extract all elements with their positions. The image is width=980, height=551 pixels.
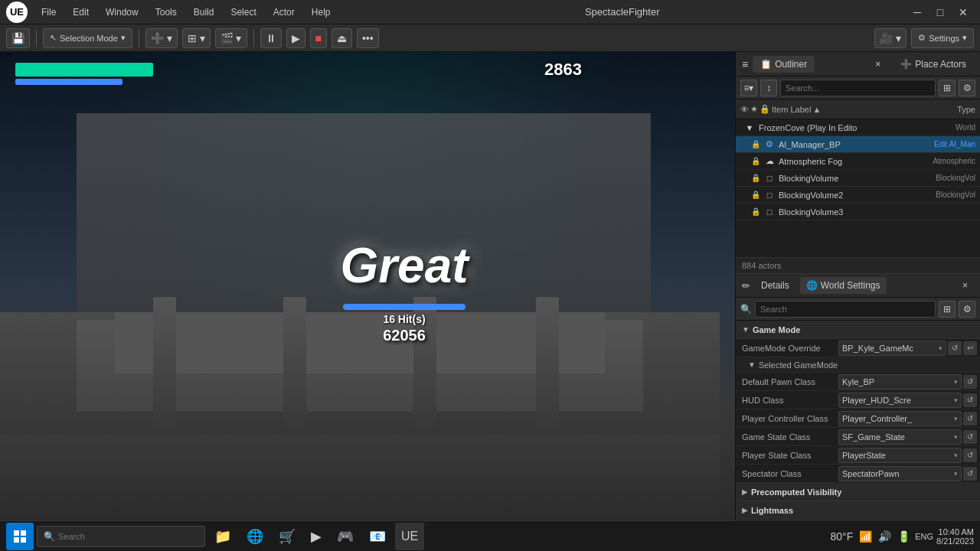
game-mode-section-header[interactable]: ▼ Game Mode xyxy=(736,321,980,339)
close-button[interactable]: ✕ xyxy=(952,3,974,21)
taskbar-browser[interactable]: 🌐 xyxy=(240,523,270,550)
details-tab[interactable]: Details xyxy=(755,277,795,294)
viewport[interactable]: 2863 Great 16 Hit(s) 62056 xyxy=(0,52,735,527)
player-controller-row: Player Controller Class Player_Controlle… xyxy=(736,409,980,428)
outliner-add-btn[interactable]: ⚙ xyxy=(959,80,975,96)
sort-button[interactable]: ↕ xyxy=(760,80,777,96)
list-item[interactable]: 🔒 □ BlockingVolume3 xyxy=(736,204,980,220)
expand-icon: ▼ xyxy=(748,360,756,369)
player-controller-label: Player Controller Class xyxy=(736,414,835,423)
taskbar-app3[interactable]: 📧 xyxy=(363,523,392,550)
menu-select[interactable]: Select xyxy=(223,4,263,21)
outliner-settings-btn[interactable]: ⊞ xyxy=(939,80,956,96)
add-button[interactable]: ➕ ▾ xyxy=(145,28,178,48)
details-search-input[interactable] xyxy=(755,301,936,318)
list-item[interactable]: ▼ FrozenCove (Play In Edito World xyxy=(736,119,980,136)
taskbar-app1[interactable]: ▶ xyxy=(305,523,328,550)
speaker-icon[interactable]: 🔊 xyxy=(877,529,893,544)
maximize-button[interactable]: □ xyxy=(929,3,951,21)
pause-button[interactable]: ⏸ xyxy=(260,28,282,48)
player-state-reset-btn[interactable]: ↺ xyxy=(963,448,977,462)
filter-button[interactable]: ≡▾ xyxy=(740,80,757,96)
menu-actor[interactable]: Actor xyxy=(266,4,302,21)
gamemode-override-value: BP_Kyle_GameMc ▾ ↺ ↩ xyxy=(835,341,980,356)
gamemode-override-action-btn[interactable]: ↩ xyxy=(963,341,977,355)
world-settings-close-btn[interactable]: × xyxy=(956,277,974,294)
taskbar-search-input[interactable] xyxy=(58,532,198,541)
default-pawn-dropdown[interactable]: Kyle_BP ▾ xyxy=(838,374,962,390)
points-display: 62056 xyxy=(383,327,426,344)
menu-file[interactable]: File xyxy=(34,4,64,21)
taskbar-search-bar[interactable]: 🔍 xyxy=(37,526,205,547)
taskbar-file-explorer[interactable]: 📁 xyxy=(208,523,237,550)
world-settings-tab[interactable]: 🌐 World Settings xyxy=(800,277,887,294)
sort-arrow-icon: ▲ xyxy=(812,105,821,114)
eject-button[interactable]: ⏏ xyxy=(332,28,352,48)
game-state-reset-btn[interactable]: ↺ xyxy=(963,430,977,444)
player-controller-dropdown[interactable]: Player_Controller_ ▾ xyxy=(838,411,962,426)
spectator-class-reset-btn[interactable]: ↺ xyxy=(963,467,977,481)
game-state-text: SF_Game_State xyxy=(842,432,905,442)
start-button[interactable] xyxy=(6,523,34,550)
default-pawn-label: Default Pawn Class xyxy=(736,377,835,386)
window-controls: ─ □ ✕ xyxy=(906,3,980,21)
network-icon[interactable]: 📶 xyxy=(858,529,874,544)
menu-window[interactable]: Window xyxy=(98,4,146,21)
play-button[interactable]: ▶ xyxy=(286,28,305,48)
lightmass-section-header[interactable]: ▶ Lightmass xyxy=(736,501,980,520)
player-state-text: PlayerState xyxy=(842,451,886,460)
place-actors-tab[interactable]: ➕ Place Actors xyxy=(893,56,974,73)
list-item[interactable]: 🔒 □ BlockingVolume2 BlockingVol xyxy=(736,187,980,204)
snap-button[interactable]: ⊞ ▾ xyxy=(182,28,211,48)
menu-help[interactable]: Help xyxy=(304,4,338,21)
selection-mode-button[interactable]: ↖ Selection Mode ▾ xyxy=(43,28,132,48)
player-controller-text: Player_Controller_ xyxy=(842,414,912,423)
volume-icon: □ xyxy=(763,172,776,184)
gamemode-override-dropdown[interactable]: BP_Kyle_GameMc ▾ xyxy=(838,341,946,356)
details-settings-btn[interactable]: ⚙ xyxy=(959,301,975,318)
outliner-tab[interactable]: 📋 Outliner xyxy=(753,56,815,73)
minimize-button[interactable]: ─ xyxy=(906,3,928,21)
more-button[interactable]: ••• xyxy=(357,28,379,48)
combo-bar-area: 16 Hit(s) xyxy=(343,304,466,325)
game-mode-section-title: Game Mode xyxy=(753,325,800,334)
save-button[interactable]: 💾 xyxy=(6,28,30,48)
precomputed-visibility-section-header[interactable]: ▶ Precomputed Visibility xyxy=(736,483,980,501)
taskbar-app2[interactable]: 🎮 xyxy=(331,523,360,550)
section-collapse-icon: ▶ xyxy=(742,487,748,496)
list-item[interactable]: 🔒 □ BlockingVolume BlockingVol xyxy=(736,170,980,187)
gamemode-override-reset-btn[interactable]: ↺ xyxy=(948,341,962,355)
taskbar-store[interactable]: 🛒 xyxy=(273,523,302,550)
battery-icon[interactable]: 🔋 xyxy=(896,529,912,544)
details-grid-btn[interactable]: ⊞ xyxy=(939,301,956,318)
player-state-dropdown[interactable]: PlayerState ▾ xyxy=(838,448,962,463)
health-bar xyxy=(15,63,153,85)
player-controller-value: Player_Controller_ ▾ ↺ xyxy=(835,411,980,426)
taskbar: 🔍 📁 🌐 🛒 ▶ 🎮 📧 UE 80°F 📶 🔊 🔋 ENG 10:40 AM… xyxy=(0,520,980,551)
hud-class-dropdown[interactable]: Player_HUD_Scre ▾ xyxy=(838,393,962,408)
outliner-search-input[interactable] xyxy=(780,80,936,96)
settings-button[interactable]: ⚙ Settings ▾ xyxy=(911,28,974,48)
menu-build[interactable]: Build xyxy=(186,4,222,21)
taskbar-ue-icon[interactable]: UE xyxy=(395,523,424,550)
settings-chevron-icon: ▾ xyxy=(962,33,967,43)
chevron-down-icon: ▾ xyxy=(954,378,958,386)
fog-icon: ☁ xyxy=(763,155,776,168)
selected-gamemode-header[interactable]: ▼ Selected GameMode xyxy=(736,357,980,373)
outliner-close-btn[interactable]: × xyxy=(867,56,888,73)
menu-tools[interactable]: Tools xyxy=(148,4,185,21)
default-pawn-reset-btn[interactable]: ↺ xyxy=(963,375,977,389)
item-link-text[interactable]: Edit AI_Man xyxy=(934,140,975,148)
game-state-dropdown[interactable]: SF_Game_State ▾ xyxy=(838,429,962,445)
player-controller-reset-btn[interactable]: ↺ xyxy=(963,412,977,425)
hud-class-reset-btn[interactable]: ↺ xyxy=(963,393,977,407)
menu-edit[interactable]: Edit xyxy=(65,4,96,21)
spectator-class-dropdown[interactable]: SpectatorPawn ▾ xyxy=(838,466,962,481)
list-item[interactable]: 🔒 ☁ Atmospheric Fog Atmospheric xyxy=(736,153,980,170)
stop-button[interactable]: ■ xyxy=(310,28,327,48)
viewport-options-button[interactable]: 🎥 ▾ xyxy=(874,28,906,48)
chevron-down-icon: ▾ xyxy=(954,396,958,404)
list-item[interactable]: 🔒 ⚙ AI_Manager_BP Edit AI_Man xyxy=(736,136,980,153)
item-label-text: BlockingVolume3 xyxy=(779,207,972,217)
camera-button[interactable]: 🎬 ▾ xyxy=(215,28,247,48)
